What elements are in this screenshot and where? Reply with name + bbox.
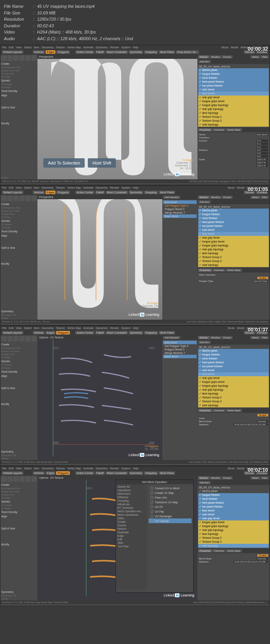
tree-item[interactable]: ✓ sleeve panel (198, 349, 269, 353)
tree-item[interactable]: ✓ tongue thicken (198, 72, 269, 76)
tree-item[interactable]: ✓ tongue grips topology (198, 103, 269, 107)
screenshot-1: 00:00:32 FileEditViewSelectItemGeometryT… (0, 45, 270, 185)
svg-text:1012: 1012 (149, 347, 155, 349)
viewport-3d[interactable]: Perspective Add To Selection Hold Shift … (37, 55, 197, 179)
tree-item[interactable]: ✓ heel panel thicken (198, 361, 269, 364)
tree-item[interactable]: ✓ shoe thicken (198, 357, 269, 361)
tree-item[interactable]: ✓ sole topology (198, 123, 269, 127)
uv-viewport[interactable]: OptionsUV Texture 1011 1012 1001 1002 (37, 335, 162, 460)
tree-item[interactable]: ✓ sole topology (198, 263, 269, 267)
right-panel[interactable]: ScenesShadingGroupsSelectFilter Add Item… (197, 55, 270, 179)
viewport-info: 73 Edges Channels: ON Deformers: ON GL: … (175, 159, 194, 170)
svg-text:1002: 1002 (149, 441, 155, 444)
tree-item[interactable]: ✓ tongue thicken (198, 353, 269, 357)
screenshot-4: 00:02:10 FileEditViewSelectItemGeometryT… (0, 466, 270, 606)
vertices-mode[interactable]: Vertices (33, 50, 45, 54)
tree-item[interactable]: ✓ lace bevel (198, 372, 269, 376)
tree-item[interactable]: ✓ heel panel thicken (198, 501, 269, 505)
screenshot-3: 00:01:37 FileEditViewSelectItemGeometryT… (0, 326, 270, 466)
tree-item[interactable]: ✓ shoe thicken (198, 76, 269, 80)
tree-item[interactable]: ✓ Texture Group 3 (198, 540, 269, 544)
tree-item[interactable]: ✓ sole topology (198, 403, 269, 407)
tree-item[interactable]: ✓ tongue thicken (198, 493, 269, 497)
tree-item[interactable]: ✓ sole bevel (198, 228, 269, 232)
tree-item[interactable]: ✓ lace bevel (198, 509, 269, 513)
svg-text:1001: 1001 (53, 441, 59, 444)
tree-item[interactable]: ✓ lace bevel (198, 92, 269, 96)
tree-item[interactable]: ✓ rear grip bevel (198, 517, 269, 520)
tree-item[interactable]: ✓ lace topology (198, 251, 269, 255)
tree-item[interactable]: ✓ rear grip topology (198, 388, 269, 392)
tree-item[interactable]: ✓ sole bevel (198, 368, 269, 372)
operator-panel[interactable]: Add Operator lace bevel Set Polygon Type… (162, 195, 197, 320)
tree-item[interactable]: ✓ toe panel thicken (198, 364, 269, 368)
tree-item[interactable]: ✓ Texture Group 3 (198, 119, 269, 123)
tree-item[interactable]: ✓ sleeve panel (198, 209, 269, 212)
tree-item[interactable]: ✓ tongue grips topology (198, 524, 269, 528)
tree-item[interactable]: ✓ heel panel thicken (198, 80, 269, 84)
tree-item[interactable]: ✓ tongue grips topology (198, 244, 269, 248)
linkedin-logo: Linked in Learning (163, 172, 194, 176)
timestamp: 00:00:32 (248, 46, 268, 52)
tree-item[interactable]: ✓ rear grip bevel (198, 376, 269, 380)
hint-overlay: Add To Selection Hold Shift (43, 158, 116, 168)
tree-item[interactable]: ✓ tongue thicken (198, 212, 269, 216)
scene-tree[interactable]: 08_04_UV_laces_end.lxo ✓ sleeve panel ✓ … (197, 64, 270, 127)
tree-item[interactable]: ✓ Texture Group 2 (198, 115, 269, 119)
tree-item[interactable]: ✓ lace topology (198, 111, 269, 115)
tree-item[interactable]: ✓ rear grip topology (198, 107, 269, 111)
tree-item[interactable]: ✓ tongue grips bevel (198, 380, 269, 384)
tree-item[interactable]: ✓ sole bevel (198, 88, 269, 92)
tree-item[interactable]: ✓ shoe thicken (198, 497, 269, 501)
tree-item[interactable]: ✓ lace topology (198, 392, 269, 396)
tree-item[interactable]: ✓ Texture Group 2 (198, 536, 269, 540)
tree-item[interactable]: ✓ lace topology (198, 532, 269, 536)
add-mesh-op-dialog[interactable]: Add Mesh Operation Search All Operations… (115, 479, 194, 593)
tree-item[interactable]: ✓ toe panel thicken (198, 84, 269, 88)
tree-item[interactable]: ✓ sole bevel (198, 513, 269, 517)
tree-item[interactable]: ✓ tongue grips bevel (198, 240, 269, 244)
tree-item[interactable]: ✓ tongue grips bevel (198, 520, 269, 524)
tree-item[interactable]: ✓ Texture Group 3 (198, 259, 269, 263)
svg-text:1011: 1011 (86, 487, 92, 490)
tree-item[interactable]: ✓ toe panel thicken (198, 505, 269, 509)
tree-item[interactable]: ✓ rear grip topology (198, 528, 269, 532)
screenshot-2: 00:01:05 FileEditViewSelectItemGeometryT… (0, 185, 270, 326)
tree-item[interactable]: ✓ toe panel thicken (198, 224, 269, 228)
tree-item[interactable]: ✓ rear grip bevel (198, 96, 269, 99)
tree-item[interactable]: ✓ Texture Group 3 (198, 400, 269, 403)
tree-item[interactable]: ✓ lace bevel (198, 232, 269, 236)
tree-item[interactable]: ✓ shoe thicken (198, 216, 269, 220)
tree-item[interactable]: ✓ Texture Group 2 (198, 396, 269, 400)
tree-item[interactable]: ✓ sleeve panel (198, 489, 269, 493)
tree-item[interactable]: ✓ rear grip bevel (198, 236, 269, 240)
tree-item[interactable]: ✓ sleeve panel (198, 68, 269, 72)
edges-mode[interactable]: Edges (46, 50, 56, 54)
tree-item[interactable]: ✓ Texture Group 2 (198, 255, 269, 259)
tree-item[interactable]: ✓ tongue grips topology (198, 384, 269, 388)
tree-item[interactable]: ✓ rear grip topology (198, 248, 269, 251)
polygons-mode[interactable]: Polygons (56, 50, 70, 54)
tree-item[interactable]: ✓ heel panel thicken (198, 220, 269, 224)
tree-item[interactable]: ✓ sole topology (198, 544, 269, 548)
file-info: File Name:45 UV mapping the laces.mp4 Fi… (0, 0, 270, 45)
menubar[interactable]: FileEditViewSelectItemGeometryTextureVer… (0, 45, 270, 50)
left-panel[interactable]: Create UV Projection Tool Project from V… (0, 55, 37, 179)
main-toolbar[interactable]: Default Layouts Vertices Edges Polygons … (0, 50, 270, 55)
svg-text:1011: 1011 (53, 347, 59, 349)
tree-item[interactable]: ✓ tongue grips bevel (198, 99, 269, 103)
